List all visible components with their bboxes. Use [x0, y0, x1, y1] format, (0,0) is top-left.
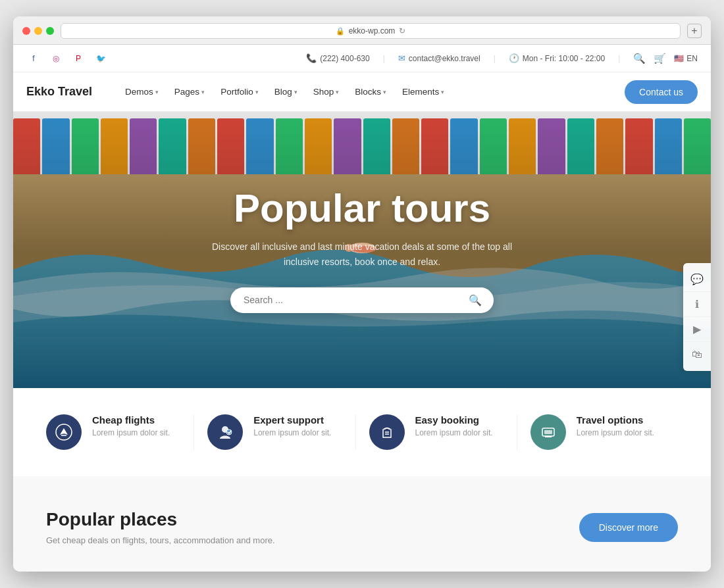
twitter-icon[interactable]: 🐦 [93, 51, 108, 66]
email-contact: ✉ contact@ekko.travel [398, 53, 480, 63]
support-icon [207, 414, 243, 450]
feature-flights-desc: Lorem ipsum dolor sit. [92, 428, 170, 437]
browser-chrome: 🔒 ekko-wp.com ↻ + [13, 16, 711, 45]
feature-booking-title: Easy booking [415, 414, 493, 426]
discover-more-button[interactable]: Discover more [579, 513, 678, 542]
pinterest-icon[interactable]: P [71, 51, 86, 66]
close-dot[interactable] [22, 27, 30, 35]
search-icon[interactable]: 🔍 [633, 53, 646, 64]
feature-options-desc: Lorem ipsum dolor sit. [577, 428, 654, 437]
minimize-dot[interactable] [34, 27, 42, 35]
nav-item-blocks[interactable]: Blocks ▾ [348, 83, 393, 101]
search-button[interactable]: 🔍 [466, 291, 484, 309]
feature-options: Travel options Lorem ipsum dolor sit. [517, 414, 678, 450]
clock-icon: 🕐 [509, 53, 519, 63]
nav-blocks-arrow: ▾ [383, 89, 386, 95]
nav-demos-label: Demos [125, 87, 153, 97]
nav-demos-arrow: ▾ [155, 89, 159, 95]
side-panel-play-icon[interactable]: ▶ [683, 317, 711, 342]
feature-support-text: Expert support Lorem ipsum dolor sit. [253, 414, 331, 437]
lock-icon: 🔒 [336, 27, 345, 36]
popular-places-text: Popular places Get cheap deals on flight… [46, 509, 275, 545]
popular-places-subtitle: Get cheap deals on flights, tours, accom… [46, 535, 275, 545]
nav-blog-label: Blog [274, 87, 292, 97]
nav-item-blog[interactable]: Blog ▾ [268, 83, 304, 101]
top-bar-right: 📞 (222) 400-630 | ✉ contact@ekko.travel … [306, 53, 698, 64]
nav-pages-label: Pages [174, 87, 199, 97]
phone-icon: 📞 [306, 53, 317, 63]
phone-number: (222) 400-630 [320, 54, 369, 63]
top-right-actions: 🔍 🛒 🇺🇸 EN [633, 53, 698, 64]
nav-item-pages[interactable]: Pages ▾ [168, 83, 211, 101]
search-bar: 🔍 [230, 287, 494, 313]
feature-booking: Easy booking Lorem ipsum dolor sit. [356, 414, 517, 450]
feature-flights: Cheap flights Lorem ipsum dolor sit. [46, 414, 194, 450]
flights-icon [46, 414, 82, 450]
side-panel: 💬 ℹ ▶ 🛍 [683, 263, 711, 371]
feature-flights-title: Cheap flights [92, 414, 170, 426]
side-panel-info-icon[interactable]: ℹ [683, 292, 711, 317]
nav-shop-arrow: ▾ [336, 89, 339, 95]
nav-item-portfolio[interactable]: Portfolio ▾ [214, 83, 265, 101]
side-panel-bag-icon[interactable]: 🛍 [683, 342, 711, 367]
nav-item-elements[interactable]: Elements ▾ [396, 83, 451, 101]
phone-contact: 📞 (222) 400-630 [306, 53, 369, 63]
feature-flights-text: Cheap flights Lorem ipsum dolor sit. [92, 414, 170, 437]
nav-blocks-label: Blocks [355, 87, 381, 97]
new-tab-button[interactable]: + [687, 24, 702, 38]
cart-icon[interactable]: 🛒 [654, 53, 666, 64]
feature-booking-desc: Lorem ipsum dolor sit. [415, 428, 493, 437]
nav-item-demos[interactable]: Demos ▾ [118, 83, 165, 101]
facebook-icon[interactable]: f [26, 51, 41, 66]
instagram-icon[interactable]: ◎ [49, 51, 63, 66]
feature-options-text: Travel options Lorem ipsum dolor sit. [577, 414, 654, 437]
lang-label: EN [686, 54, 698, 63]
search-input[interactable] [244, 295, 466, 305]
email-address: contact@ekko.travel [409, 54, 480, 63]
browser-dots [22, 27, 54, 35]
popular-places-title: Popular places [46, 509, 275, 530]
feature-support-desc: Lorem ipsum dolor sit. [253, 428, 331, 437]
business-hours: Mon - Fri: 10:00 - 22:00 [523, 54, 605, 63]
search-submit-icon: 🔍 [469, 295, 482, 306]
flag-icon: 🇺🇸 [674, 54, 684, 63]
feature-support-title: Expert support [253, 414, 331, 426]
browser-window: 🔒 ekko-wp.com ↻ + f ◎ P 🐦 📞 (222) 400-63… [13, 16, 711, 572]
popular-places-section: Popular places Get cheap deals on flight… [13, 476, 711, 572]
nav-links: Demos ▾ Pages ▾ Portfolio ▾ Blog ▾ Shop … [118, 83, 625, 101]
main-nav: Ekko Travel Demos ▾ Pages ▾ Portfolio ▾ … [13, 72, 711, 112]
divider-3: | [618, 54, 620, 63]
nav-elements-label: Elements [402, 87, 439, 97]
contact-button[interactable]: Contact us [625, 80, 698, 104]
social-icons: f ◎ P 🐦 [26, 51, 108, 66]
svg-rect-12 [544, 430, 552, 434]
divider-1: | [383, 54, 385, 63]
nav-portfolio-label: Portfolio [220, 87, 253, 97]
divider-2: | [494, 54, 496, 63]
hero-subtitle: Discover all inclusive and last minute v… [197, 239, 527, 269]
nav-blog-arrow: ▾ [294, 89, 297, 95]
language-selector[interactable]: 🇺🇸 EN [674, 54, 698, 63]
nav-shop-label: Shop [313, 87, 334, 97]
nav-portfolio-arrow: ▾ [255, 89, 259, 95]
feature-support: Expert support Lorem ipsum dolor sit. [194, 414, 355, 450]
nav-elements-arrow: ▾ [441, 89, 444, 95]
side-panel-comment-icon[interactable]: 💬 [683, 267, 711, 292]
nav-item-shop[interactable]: Shop ▾ [307, 83, 346, 101]
top-bar: f ◎ P 🐦 📞 (222) 400-630 | ✉ contact@ekko… [13, 45, 711, 72]
hours-contact: 🕐 Mon - Fri: 10:00 - 22:00 [509, 53, 605, 63]
email-icon: ✉ [398, 53, 405, 63]
feature-booking-text: Easy booking Lorem ipsum dolor sit. [415, 414, 493, 437]
hero-title: Popular tours [234, 187, 490, 230]
nav-pages-arrow: ▾ [201, 89, 205, 95]
maximize-dot[interactable] [46, 27, 54, 35]
hero-section: Popular tours Discover all inclusive and… [13, 112, 711, 388]
feature-options-title: Travel options [577, 414, 654, 426]
site-logo[interactable]: Ekko Travel [26, 85, 92, 99]
refresh-icon[interactable]: ↻ [399, 26, 405, 36]
features-section: Cheap flights Lorem ipsum dolor sit. Exp… [13, 388, 711, 476]
url-text: ekko-wp.com [349, 26, 396, 36]
options-icon [530, 414, 566, 450]
address-bar[interactable]: 🔒 ekko-wp.com ↻ [61, 23, 681, 39]
hero-content: Popular tours Discover all inclusive and… [13, 112, 711, 388]
